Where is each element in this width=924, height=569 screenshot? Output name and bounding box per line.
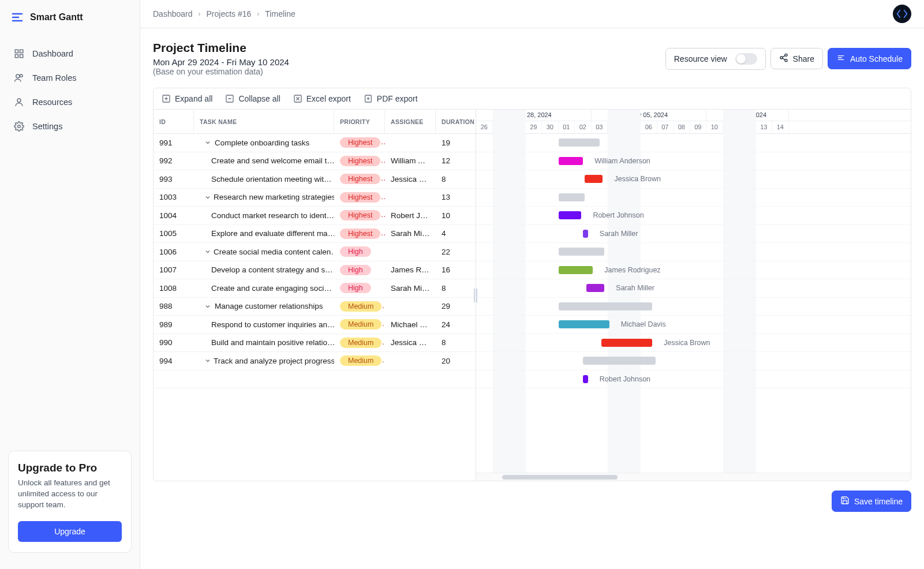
task-assignee: Sarah Miller bbox=[385, 284, 436, 293]
table-row[interactable]: 988Manage customer relationshipsMedium29 bbox=[154, 298, 476, 316]
gantt-toolbar: Expand all Collapse all Excel export PDF… bbox=[154, 88, 911, 110]
chevron-down-icon[interactable] bbox=[204, 139, 212, 146]
breadcrumb-item[interactable]: Timeline bbox=[265, 9, 295, 18]
gantt-bar[interactable] bbox=[559, 193, 585, 201]
day-header: 28 bbox=[509, 121, 526, 133]
chevron-down-icon[interactable] bbox=[204, 357, 211, 364]
table-row[interactable]: 1008Create and curate engaging soci…High… bbox=[154, 279, 476, 298]
gantt-bar[interactable] bbox=[583, 375, 588, 383]
gantt-bar[interactable] bbox=[583, 357, 655, 365]
task-name: Research new marketing strategies bbox=[194, 193, 334, 201]
breadcrumb-item[interactable]: Dashboard bbox=[153, 9, 193, 18]
table-row[interactable]: 1006Create social media content calen…Hi… bbox=[154, 243, 476, 261]
task-duration: 29 bbox=[436, 302, 475, 310]
col-priority[interactable]: PRIORITY bbox=[334, 110, 385, 133]
horizontal-scrollbar[interactable] bbox=[476, 473, 911, 481]
share-button[interactable]: Share bbox=[770, 48, 823, 69]
task-duration: 13 bbox=[436, 193, 475, 201]
task-priority: Highest bbox=[334, 137, 385, 148]
task-id: 992 bbox=[154, 156, 194, 165]
task-priority: Highest bbox=[334, 210, 385, 220]
task-duration: 12 bbox=[436, 156, 475, 165]
task-duration: 19 bbox=[436, 138, 475, 147]
table-row[interactable]: 1003Research new marketing strategiesHig… bbox=[154, 189, 476, 207]
toggle-icon[interactable] bbox=[735, 53, 757, 65]
gantt-bar[interactable] bbox=[601, 339, 652, 347]
timeline-row bbox=[476, 298, 911, 316]
gantt-bar[interactable] bbox=[559, 320, 609, 328]
table-row[interactable]: 993Schedule orientation meeting wit…High… bbox=[154, 170, 476, 189]
collapse-all-button[interactable]: Collapse all bbox=[225, 94, 280, 103]
svg-point-12 bbox=[780, 57, 783, 59]
svg-point-13 bbox=[785, 59, 787, 62]
breadcrumb-item[interactable]: Projects #16 bbox=[207, 9, 252, 18]
task-duration: 20 bbox=[436, 357, 475, 365]
resource-view-toggle[interactable]: Resource view bbox=[665, 48, 766, 70]
timeline-row bbox=[476, 134, 911, 152]
col-duration[interactable]: DURATION bbox=[436, 110, 475, 133]
task-duration: 24 bbox=[436, 320, 475, 329]
nav-item-team-roles[interactable]: Team Roles bbox=[5, 66, 135, 90]
excel-export-button[interactable]: Excel export bbox=[293, 94, 351, 103]
chevron-right-icon: › bbox=[257, 10, 259, 18]
gantt-bar[interactable] bbox=[559, 138, 600, 147]
task-id: 1007 bbox=[154, 265, 194, 274]
save-timeline-button[interactable]: Save timeline bbox=[832, 491, 911, 512]
nav-item-settings[interactable]: Settings bbox=[5, 114, 135, 138]
table-row[interactable]: 994Track and analyze project progressMed… bbox=[154, 352, 476, 370]
nav: DashboardTeam RolesResourcesSettings bbox=[0, 36, 140, 144]
table-row[interactable] bbox=[154, 370, 476, 389]
col-id[interactable]: ID bbox=[154, 110, 194, 133]
col-name[interactable]: TASK NAME bbox=[194, 110, 334, 133]
gantt-bar[interactable] bbox=[585, 175, 603, 183]
day-header: 11 bbox=[723, 121, 740, 133]
timeline-row bbox=[476, 243, 911, 261]
table-row[interactable]: 992Create and send welcome email t…Highe… bbox=[154, 152, 476, 171]
svg-rect-5 bbox=[15, 55, 18, 58]
table-row[interactable]: 1005Explore and evaluate different ma…Hi… bbox=[154, 225, 476, 244]
bar-label: James Rodriguez bbox=[604, 266, 660, 274]
table-row[interactable]: 990Build and maintain positive relatio…M… bbox=[154, 334, 476, 353]
pdf-export-button[interactable]: PDF export bbox=[364, 94, 418, 103]
svg-point-10 bbox=[18, 125, 21, 128]
task-name: Create and curate engaging soci… bbox=[194, 284, 334, 293]
table-row[interactable]: 991Complete onboarding tasksHighest19 bbox=[154, 134, 476, 152]
upgrade-button[interactable]: Upgrade bbox=[18, 521, 122, 542]
auto-schedule-button[interactable]: Auto Schedule bbox=[828, 48, 911, 69]
brand-badge[interactable] bbox=[893, 5, 911, 23]
task-id: 993 bbox=[154, 175, 194, 184]
gantt-bar[interactable] bbox=[559, 302, 652, 310]
gantt-bar[interactable] bbox=[559, 211, 582, 219]
chevron-down-icon[interactable] bbox=[204, 248, 211, 255]
sidebar: Smart Gantt DashboardTeam RolesResources… bbox=[0, 0, 140, 569]
gantt-bar[interactable] bbox=[583, 230, 588, 238]
chevron-down-icon[interactable] bbox=[204, 303, 212, 310]
day-header: 05 bbox=[624, 121, 641, 133]
task-duration: 22 bbox=[436, 248, 475, 256]
gantt-bar[interactable] bbox=[559, 248, 605, 256]
day-header: 08 bbox=[674, 121, 690, 133]
nav-item-resources[interactable]: Resources bbox=[5, 90, 135, 114]
table-row[interactable]: 1007Develop a content strategy and s…Hig… bbox=[154, 261, 476, 280]
nav-label: Team Roles bbox=[32, 73, 77, 83]
expand-all-button[interactable]: Expand all bbox=[162, 94, 212, 103]
task-assignee: Robert Jo… bbox=[385, 211, 436, 220]
task-duration: 16 bbox=[436, 265, 475, 274]
task-name: Track and analyze project progress bbox=[194, 357, 334, 365]
task-priority: High bbox=[334, 265, 385, 275]
timeline-row: Michael Davis bbox=[476, 316, 911, 334]
task-assignee: Sarah Miller bbox=[385, 229, 436, 238]
gantt-bar[interactable] bbox=[559, 266, 593, 274]
table-row[interactable]: 989Respond to customer inquiries an…Medi… bbox=[154, 316, 476, 334]
svg-rect-4 bbox=[20, 50, 23, 53]
nav-item-dashboard[interactable]: Dashboard bbox=[5, 42, 135, 66]
grid-icon bbox=[14, 48, 24, 59]
chevron-down-icon[interactable] bbox=[204, 194, 211, 201]
col-assignee[interactable]: ASSIGNEE bbox=[385, 110, 436, 133]
task-priority: Medium bbox=[334, 338, 385, 348]
task-duration: 8 bbox=[436, 284, 475, 293]
gantt-bar[interactable] bbox=[559, 157, 583, 165]
gantt-bar[interactable] bbox=[586, 284, 604, 292]
table-row[interactable]: 1004Conduct market research to ident…Hig… bbox=[154, 207, 476, 225]
timeline-row: Robert Johnson bbox=[476, 207, 911, 225]
